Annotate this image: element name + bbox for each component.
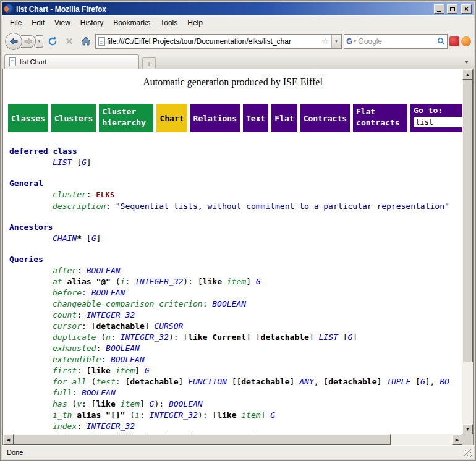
vertical-scroll-track[interactable] (462, 80, 473, 424)
class-link[interactable]: INTEGER_32 (150, 410, 198, 420)
tab-list-chart[interactable]: list Chart (4, 54, 139, 69)
vertical-scrollbar[interactable]: ▲ ▼ (462, 69, 473, 434)
stop-button[interactable]: ✕ (62, 34, 77, 49)
page-icon (98, 37, 105, 46)
chart-line: after: BOOLEAN (9, 265, 462, 276)
maximize-button[interactable] (447, 4, 457, 14)
keyword: detachable (241, 377, 289, 386)
chart-nav-chart[interactable]: Chart (156, 104, 187, 132)
class-link[interactable]: INTEGER_32 (87, 421, 135, 431)
class-link[interactable]: CHAIN (53, 234, 77, 243)
back-button[interactable] (5, 33, 22, 50)
feature-name: v (77, 399, 82, 408)
horizontal-scrollbar-row: ◀ ▶ (2, 434, 474, 445)
class-link[interactable]: TUPLE (386, 377, 410, 386)
class-link[interactable]: INTEGER_32 (135, 277, 183, 286)
chart-nav-flat[interactable]: Flat (271, 104, 297, 132)
close-button[interactable]: × (461, 4, 472, 14)
feature-name: i (135, 410, 140, 420)
class-link[interactable]: G (270, 410, 275, 420)
chart-nav-clusters[interactable]: Clusters (51, 104, 96, 132)
chart-nav-classes[interactable]: Classes (8, 104, 48, 132)
class-link[interactable]: CURSOR (154, 321, 183, 331)
chart-nav-label: Text (246, 114, 265, 123)
class-link[interactable]: G (82, 158, 87, 167)
scroll-right-icon[interactable]: ▶ (452, 434, 462, 445)
scroll-up-icon[interactable]: ▲ (462, 69, 473, 80)
chart-line: changeable_comparison_criterion: BOOLEAN (9, 298, 462, 310)
feature-name: extendible (53, 355, 101, 364)
horizontal-scroll-track[interactable] (14, 434, 452, 445)
horizontal-scrollbar[interactable]: ◀ ▶ (3, 434, 462, 445)
feature-name: changeable_comparison_criterion (53, 299, 203, 308)
goto-input[interactable] (414, 117, 462, 127)
new-tab-button[interactable]: + (142, 57, 156, 69)
addon-icon-1[interactable] (449, 36, 459, 46)
search-box[interactable]: G ▼ (344, 34, 448, 49)
code-text: , [ (314, 377, 328, 386)
forward-button[interactable] (21, 35, 36, 48)
scroll-down-icon[interactable]: ▼ (462, 424, 473, 434)
class-link[interactable]: BOOLEAN (212, 299, 246, 308)
class-link[interactable]: BOOLEAN (87, 266, 121, 275)
class-link[interactable]: FUNCTION (188, 377, 227, 386)
class-link[interactable]: LIST (53, 158, 72, 167)
class-link[interactable]: BO (440, 377, 449, 386)
class-link[interactable]: ANY (299, 377, 313, 386)
chart-nav-text[interactable]: Text (243, 104, 268, 132)
menu-edit[interactable]: Edit (27, 17, 49, 29)
firefox-icon (4, 4, 14, 14)
menu-view[interactable]: View (49, 17, 75, 29)
refresh-button[interactable] (45, 34, 60, 49)
class-link[interactable]: G (145, 366, 150, 375)
class-link[interactable]: LIST (319, 332, 338, 342)
home-button[interactable] (79, 34, 93, 49)
chart-line: count: INTEGER_32 (9, 310, 462, 321)
title-bar[interactable]: list Chart - Mozilla Firefox × (2, 2, 474, 15)
menu-help[interactable]: Help (182, 17, 208, 29)
menu-file[interactable]: File (5, 17, 27, 29)
recent-pages-dropdown[interactable]: ▼ (36, 35, 43, 48)
url-history-dropdown[interactable]: ▼ (331, 35, 341, 48)
chart-nav-relations[interactable]: Relations (190, 104, 240, 132)
chart-nav-go-to[interactable]: Go to: (410, 104, 462, 132)
menu-tools[interactable]: Tools (155, 17, 182, 29)
url-input[interactable] (107, 37, 319, 46)
class-link[interactable]: BOOLEAN (169, 399, 203, 408)
chart-nav-contracts[interactable]: Contracts (300, 104, 350, 132)
search-engine-dropdown[interactable]: ▼ (353, 40, 357, 43)
tab-list-dropdown-icon[interactable]: ▼ (462, 57, 472, 67)
menu-bookmarks[interactable]: Bookmarks (108, 17, 155, 29)
feature-name: duplicate (53, 332, 96, 342)
addon-icon-2[interactable] (461, 36, 471, 46)
code-text: ): (154, 399, 168, 408)
vertical-scroll-thumb[interactable] (462, 80, 473, 362)
chart-nav-flat-contracts[interactable]: Flat contracts (353, 104, 407, 132)
close-icon: × (464, 6, 468, 12)
class-link[interactable]: G (420, 377, 425, 386)
chart-nav-cluster-hierarchy[interactable]: Cluster hierarchy (99, 104, 153, 132)
class-link[interactable]: BOOLEAN (111, 355, 145, 364)
menu-history[interactable]: History (75, 17, 108, 29)
class-link[interactable]: INTEGER_32 (121, 332, 169, 342)
class-link[interactable]: BOOLEAN (106, 344, 140, 353)
scroll-left-icon[interactable]: ◀ (3, 434, 14, 445)
class-link[interactable]: G (256, 277, 261, 286)
bookmark-star-icon[interactable]: ☆ (321, 36, 329, 46)
code-text (222, 277, 227, 286)
class-link[interactable]: BOOLEAN (82, 388, 116, 397)
keyword: detachable (261, 332, 309, 342)
feature-name: at (53, 277, 62, 286)
class-link[interactable]: INTEGER_32 (87, 310, 135, 319)
search-input[interactable] (358, 37, 436, 46)
search-icon[interactable] (437, 37, 445, 45)
feature-name: first (53, 366, 77, 375)
horizontal-scroll-thumb[interactable] (14, 434, 391, 445)
minimize-button[interactable] (434, 4, 444, 14)
address-bar[interactable]: ☆ ▼ (95, 34, 342, 49)
section-heading: Queries (9, 254, 462, 265)
feature-name: full (53, 388, 72, 397)
class-link[interactable]: BOOLEAN (91, 288, 125, 297)
code-text: : (87, 190, 96, 199)
resize-grip[interactable] (464, 449, 472, 457)
